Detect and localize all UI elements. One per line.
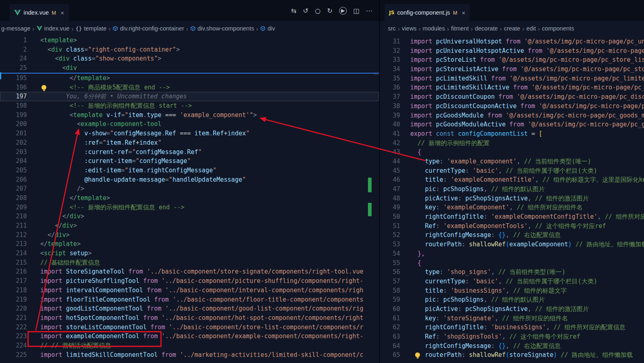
code-line[interactable]: 55 {	[380, 259, 644, 268]
code-line[interactable]: 48 picActive: pcShopSignsActive, // 组件的激…	[380, 194, 644, 203]
code-line[interactable]: 197You, 6分钟前 • Uncommitted changes	[0, 92, 379, 101]
code-line[interactable]: 58 title: 'businessSigns', // 组件的标题文字	[380, 286, 644, 296]
code-editor-left[interactable]: 195 </template>196 <!-- 商品模块5配置信息 end --…	[0, 36, 379, 363]
code-line[interactable]: 195 </template>	[0, 74, 379, 83]
sticky-line[interactable]: 2 <div class="right-config-container">	[0, 45, 379, 54]
code-token	[40, 204, 70, 211]
code-line[interactable]: 196 <!-- 商品模块5配置信息 end -->	[0, 83, 379, 92]
breadcrumb-item[interactable]: div.show-components	[190, 25, 254, 32]
sticky-line[interactable]: 25 <div	[0, 63, 379, 73]
breadcrumb-item[interactable]: components	[542, 25, 574, 32]
tab-index-vue[interactable]: index.vue M ×	[10, 4, 69, 21]
code-line[interactable]: 36import pcLimitedSkillActive from '@/as…	[380, 83, 644, 92]
code-line[interactable]: 217import pictureShufflingTool from '../…	[0, 276, 379, 286]
code-line[interactable]: 47 pic: pcShopSigns, // 组件的默认图片	[380, 185, 644, 194]
code-line[interactable]: 60 picActive: pcShopSignsActive, // 组件的激…	[380, 304, 644, 314]
code-line[interactable]: 37import pcDiscountCoupon from '@/assets…	[380, 92, 644, 102]
code-line[interactable]: 34import pcStoreListActive from '@/asset…	[380, 65, 644, 74]
tab-config-component-js[interactable]: JS config-component.js M ×	[385, 4, 470, 21]
code-line[interactable]: 219import floorTitleComponentTool from '…	[0, 295, 379, 304]
code-line[interactable]: 63 Ref: 'shopSignsTools', // 这个组件每个对应ref	[380, 332, 644, 341]
code-editor-right[interactable]: 31import pcUniversalHotspot from '@/asse…	[380, 36, 644, 363]
code-line[interactable]: 45 currentType: 'basic', // 当前组件属于哪个栏目(大…	[380, 166, 644, 176]
code-line[interactable]: 57 currentType: 'basic', // 当前组件属于哪个栏目(大…	[380, 277, 644, 286]
code-line[interactable]: 44 type: 'example_component', // 当前组件类型(…	[380, 157, 644, 166]
code-line[interactable]: 46 title: 'exampleComponentTitle', // 组件…	[380, 175, 644, 185]
code-line[interactable]: 32import pcUniversalHotspotActive from '…	[380, 46, 644, 56]
code-line[interactable]: 53 routerPath: shallowRef(exampleCompone…	[380, 240, 644, 249]
code-line[interactable]: 49 key: 'exampleComponent', // 组件所对应的组件名	[380, 203, 644, 212]
code-line[interactable]: 200 <example-component-tool	[0, 120, 379, 129]
breadcrumb-item[interactable]: src	[388, 25, 396, 32]
code-line[interactable]: 202 :ref="item.Ref+index"	[0, 138, 379, 148]
code-line[interactable]: 50 rightConfigTitle: 'exampleComponentCo…	[380, 212, 644, 222]
split-editor-icon[interactable]: ◫	[353, 7, 359, 15]
code-line[interactable]: 203 :current-ref="configMessage.Ref"	[0, 148, 379, 157]
code-line[interactable]: 222import storeListComponentTool from '.…	[0, 323, 379, 332]
code-line[interactable]: 35import pcLimitedSkill from '@/assets/i…	[380, 74, 644, 83]
code-line[interactable]: 59 pic: pcShopSigns, // 组件的默认图片	[380, 295, 644, 304]
code-line[interactable]: 61 key: 'storeSignate', // 组件所对应的组件名	[380, 314, 644, 323]
more-actions-icon[interactable]: ⋯	[366, 7, 372, 15]
code-line[interactable]: 211 </div>	[0, 221, 379, 230]
breadcrumb-item[interactable]: fitment	[451, 25, 469, 32]
code-line[interactable]: 43 {	[380, 148, 644, 157]
breadcrumb-item[interactable]: div.right-config-container	[113, 25, 184, 32]
code-line[interactable]: 221import hotSpotComponentTool from '../…	[0, 313, 379, 323]
next-change-icon[interactable]: ↻	[327, 7, 332, 15]
code-line[interactable]: 206 @handle-update-message="handleUpdate…	[0, 175, 379, 185]
code-line[interactable]: 225import limitedSkillComponentTool from…	[0, 350, 379, 360]
run-code-icon[interactable]: ▶	[339, 7, 347, 15]
code-line[interactable]: 198 <!-- 新增的示例组件配置信息 start -->	[0, 101, 379, 111]
code-line[interactable]: 38import pcDiscountCouponActive from '@/…	[380, 102, 644, 111]
current-change-icon[interactable]: ○	[315, 7, 321, 15]
code-line[interactable]: 62 rightConfigTitle: 'businessSigns', //…	[380, 323, 644, 332]
breadcrumb-item[interactable]: views	[402, 25, 416, 32]
code-line[interactable]: 56 type: 'shop_signs', // 当前组件类型(唯一)	[380, 267, 644, 277]
code-line[interactable]: 224// // 营销活动配置信息	[0, 341, 379, 350]
lightbulb-icon[interactable]	[41, 85, 46, 90]
breadcrumb-item[interactable]: decorate	[475, 25, 498, 32]
code-line[interactable]: 215// 基础组件配置信息	[0, 258, 379, 267]
code-line[interactable]: 214<script setup>	[0, 249, 379, 258]
code-line[interactable]: 41export const configComponentList = [	[380, 129, 644, 139]
breadcrumb-item[interactable]: div	[260, 25, 275, 32]
code-line[interactable]: 40import pcGoodsModuleActive from '@/ass…	[380, 120, 644, 129]
sticky-line[interactable]: 1<template>	[0, 36, 379, 45]
code-line[interactable]: 64 rightConfigMessage: {}, // 右边配置信息	[380, 341, 644, 351]
code-line[interactable]: 213</template>	[0, 239, 379, 249]
code-line[interactable]: 39import pcGoodsModule from '@/assets/im…	[380, 111, 644, 120]
code-line[interactable]: 65 routerPath: shallowRef(storeSignate) …	[380, 350, 644, 360]
code-line[interactable]: 199 <template v-if="item.type === 'examp…	[0, 111, 379, 120]
sticky-line[interactable]: 24 <div class="show-components">	[0, 54, 379, 63]
close-tab-icon[interactable]: ×	[462, 9, 466, 16]
code-line[interactable]: 33import pcStoreList from '@/assets/img/…	[380, 55, 644, 65]
code-line[interactable]: 205 :edit-item="item.rightConfigMessage"	[0, 166, 379, 175]
breadcrumb-item[interactable]: g-message	[1, 25, 30, 32]
breadcrumb-item[interactable]: edit	[527, 25, 536, 32]
code-line[interactable]: 216import StoreSignateTool from '../basi…	[0, 267, 379, 276]
breadcrumb-item[interactable]: {}template	[76, 25, 107, 32]
breadcrumb-item[interactable]: index.vue	[37, 25, 70, 32]
code-line[interactable]: 220import goodListComponentTool from '..…	[0, 304, 379, 313]
breadcrumb-item[interactable]: create	[504, 25, 520, 32]
code-line[interactable]: 31import pcUniversalHotspot from '@/asse…	[380, 37, 644, 46]
code-line[interactable]: 54 },	[380, 249, 644, 259]
code-line[interactable]: 204 :current-item="configMessage"	[0, 157, 379, 166]
code-line[interactable]: 223import exampleComponentTool from '../…	[0, 332, 379, 341]
code-line[interactable]: 52 rightConfigMessage: {}, // 右边配置信息	[380, 230, 644, 240]
sticky-scroll[interactable]: 1<template>2 <div class="right-config-co…	[0, 36, 379, 73]
code-line[interactable]: 212 </div>	[0, 230, 379, 240]
breadcrumb-item[interactable]: modules	[423, 25, 445, 32]
previous-change-icon[interactable]: ↺	[303, 7, 308, 15]
code-line[interactable]: 51 Ref: 'exampleComponentTools', // 这个组件…	[380, 222, 644, 231]
code-line[interactable]: 209 <!-- 新增的示例组件配置信息 end -->	[0, 203, 379, 212]
open-changes-icon[interactable]: ⇆	[291, 7, 296, 15]
code-line[interactable]: 42 // 新增的示例组件的配置	[380, 139, 644, 148]
code-line[interactable]: 201 v-show="configMessage.Ref === item.R…	[0, 129, 379, 138]
code-line[interactable]: 218import intervalComponentTool from '..…	[0, 286, 379, 295]
code-line[interactable]: 208 </template>	[0, 193, 379, 203]
close-tab-icon[interactable]: ×	[61, 9, 64, 16]
code-line[interactable]: 210 </div>	[0, 212, 379, 221]
code-line[interactable]: 207 />	[0, 184, 379, 193]
